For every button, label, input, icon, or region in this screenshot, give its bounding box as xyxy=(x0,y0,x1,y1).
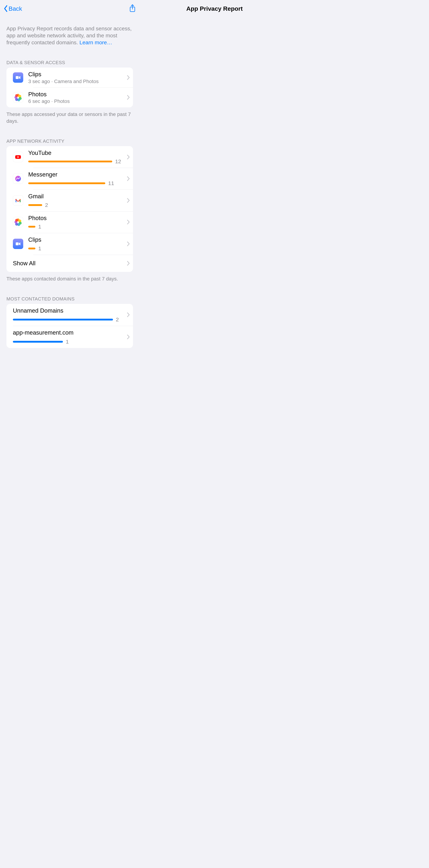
learn-more-link[interactable]: Learn more… xyxy=(80,39,112,45)
activity-bar xyxy=(28,204,42,206)
chevron-right-icon xyxy=(127,261,130,266)
intro-text: App Privacy Report records data and sens… xyxy=(6,26,132,45)
domain-bar xyxy=(13,341,63,343)
app-network-row[interactable]: Clips1 xyxy=(6,233,133,255)
section-header-app-network: APP NETWORK ACTIVITY xyxy=(6,138,139,144)
section-header-domains: MOST CONTACTED DOMAINS xyxy=(6,296,139,302)
section-footer-data-sensor: These apps accessed your data or sensors… xyxy=(6,111,133,125)
youtube-app-icon xyxy=(13,152,23,162)
youtube-icon xyxy=(14,153,22,161)
section-footer-app-network: These apps contacted domains in the past… xyxy=(6,275,133,282)
chevron-right-icon xyxy=(127,198,130,203)
app-network-row[interactable]: YouTube12 xyxy=(6,146,133,168)
domains-list: Unnamed Domains2app-measurement.com1 xyxy=(6,304,133,348)
domain-count: 2 xyxy=(116,316,119,322)
activity-bar xyxy=(28,161,112,162)
video-icon xyxy=(16,241,21,247)
domain-name: Unnamed Domains xyxy=(13,307,125,314)
share-icon xyxy=(129,4,136,12)
back-button[interactable]: Back xyxy=(4,5,22,12)
app-name: Photos xyxy=(28,215,125,222)
app-network-row[interactable]: Gmail2 xyxy=(6,189,133,211)
show-all-button[interactable]: Show All xyxy=(6,255,133,272)
app-name: Clips xyxy=(28,71,125,78)
app-network-row[interactable]: Photos1 xyxy=(6,211,133,233)
intro-description: App Privacy Report records data and sens… xyxy=(0,17,139,46)
messenger-icon xyxy=(14,175,22,183)
chevron-right-icon xyxy=(127,241,130,246)
chevron-right-icon xyxy=(127,155,130,159)
app-access-detail: 6 sec ago · Photos xyxy=(28,98,125,104)
photos-app-icon xyxy=(13,217,23,227)
app-access-detail: 3 sec ago · Camera and Photos xyxy=(28,79,125,84)
domain-row[interactable]: Unnamed Domains2 xyxy=(6,304,133,326)
clips-app-icon xyxy=(13,239,23,249)
svg-marker-27 xyxy=(19,242,20,245)
photos-flower-icon xyxy=(14,218,22,226)
chevron-right-icon xyxy=(127,95,130,100)
svg-point-10 xyxy=(15,94,18,97)
section-header-data-sensor: DATA & SENSOR ACCESS xyxy=(6,60,139,65)
data-sensor-row[interactable]: Photos 6 sec ago · Photos xyxy=(6,88,133,107)
app-network-list: YouTube12Messenger11Gmail2Photos1Clips1S… xyxy=(6,146,133,272)
svg-point-25 xyxy=(15,219,18,222)
app-name: Gmail xyxy=(28,193,125,200)
svg-marker-3 xyxy=(19,76,20,79)
show-all-label: Show All xyxy=(13,260,125,267)
chevron-left-icon xyxy=(4,5,8,12)
chevron-right-icon xyxy=(127,220,130,224)
domain-name: app-measurement.com xyxy=(13,329,125,336)
domain-row[interactable]: app-measurement.com1 xyxy=(6,326,133,348)
chevron-right-icon xyxy=(127,176,130,181)
data-sensor-list: Clips 3 sec ago · Camera and Photos Phot… xyxy=(6,67,133,107)
photos-app-icon xyxy=(13,92,23,102)
svg-rect-2 xyxy=(16,76,19,79)
activity-bar xyxy=(28,182,105,184)
chevron-right-icon xyxy=(127,75,130,80)
activity-count: 2 xyxy=(45,202,48,208)
messenger-app-icon xyxy=(13,174,23,184)
app-network-row[interactable]: Messenger11 xyxy=(6,168,133,189)
share-button[interactable] xyxy=(129,4,136,13)
photos-flower-icon xyxy=(14,93,22,101)
domain-bar xyxy=(13,319,113,320)
activity-count: 1 xyxy=(38,224,41,230)
app-name: Photos xyxy=(28,91,125,98)
clips-app-icon xyxy=(13,72,23,83)
activity-count: 1 xyxy=(38,245,41,251)
gmail-app-icon xyxy=(13,195,23,206)
back-label: Back xyxy=(8,5,22,12)
video-icon xyxy=(16,75,21,80)
app-name: YouTube xyxy=(28,149,125,156)
activity-bar xyxy=(28,226,35,227)
app-name: Messenger xyxy=(28,171,125,178)
activity-bar xyxy=(28,248,35,249)
gmail-icon xyxy=(14,196,22,204)
svg-rect-26 xyxy=(16,242,19,245)
data-sensor-row[interactable]: Clips 3 sec ago · Camera and Photos xyxy=(6,67,133,88)
activity-count: 11 xyxy=(108,180,114,186)
navigation-bar: Back App Privacy Report xyxy=(0,0,139,17)
app-name: Clips xyxy=(28,236,125,243)
domain-count: 1 xyxy=(66,339,69,345)
activity-count: 12 xyxy=(115,158,121,164)
chevron-right-icon xyxy=(127,334,130,339)
chevron-right-icon xyxy=(127,312,130,317)
